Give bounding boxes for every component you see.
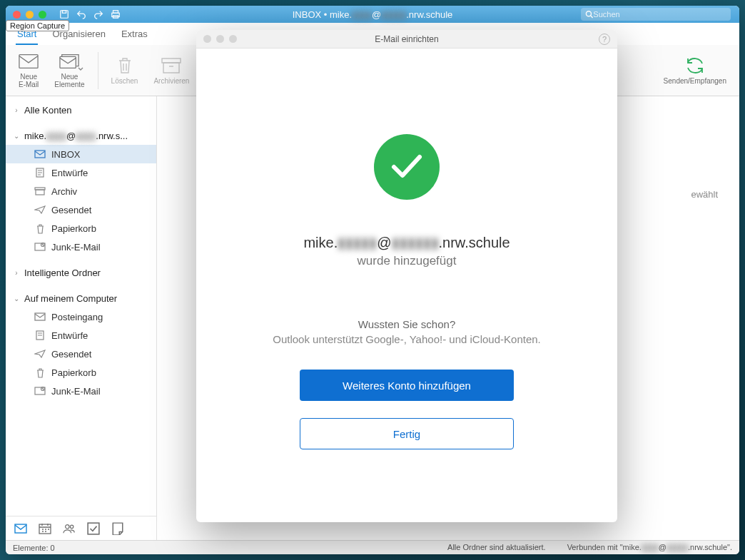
delete-button[interactable]: Löschen bbox=[106, 54, 144, 88]
svg-rect-8 bbox=[162, 58, 181, 63]
email-setup-dialog: E-Mail einrichten ? mike.▮▮▮▮▮@▮▮▮▮▮▮.nr… bbox=[196, 30, 617, 522]
svg-rect-6 bbox=[19, 55, 38, 68]
svg-rect-7 bbox=[60, 56, 76, 68]
svg-rect-16 bbox=[35, 313, 45, 320]
new-elements-button[interactable]: Neue Elemente bbox=[49, 49, 90, 91]
folder-inbox[interactable]: INBOX bbox=[6, 145, 156, 163]
status-item-count: Elemente: 0 bbox=[13, 544, 55, 552]
folder-local-inbox[interactable]: Posteingang bbox=[6, 307, 156, 326]
search-box[interactable] bbox=[581, 8, 731, 21]
dialog-title: E-Mail einrichten bbox=[196, 34, 617, 44]
tab-extras[interactable]: Extras bbox=[120, 27, 149, 45]
svg-rect-10 bbox=[35, 151, 45, 158]
archive-button[interactable]: Archivieren bbox=[148, 54, 195, 88]
folder-sidebar: ›Alle Konten ⌄ mike.▮▮▮▮@▮▮▮▮.nrw.s... I… bbox=[6, 96, 157, 540]
sent-icon bbox=[34, 349, 46, 359]
trash-icon bbox=[34, 223, 46, 233]
separator bbox=[98, 52, 98, 89]
new-email-button[interactable]: Neue E-Mail bbox=[13, 49, 44, 91]
added-email: mike.▮▮▮▮▮@▮▮▮▮▮▮.nrw.schule bbox=[303, 234, 510, 251]
inbox-icon bbox=[34, 149, 46, 159]
inbox-icon bbox=[34, 312, 46, 322]
folder-local-trash[interactable]: Papierkorb bbox=[6, 363, 156, 382]
svg-rect-0 bbox=[61, 11, 69, 19]
search-input[interactable] bbox=[593, 10, 726, 19]
svg-rect-13 bbox=[36, 190, 44, 195]
people-nav-icon[interactable] bbox=[63, 522, 76, 535]
folder-local-drafts[interactable]: Entwürfe bbox=[6, 326, 156, 345]
svg-rect-9 bbox=[163, 63, 179, 73]
status-bar: Elemente: 0 Alle Ordner sind aktualisier… bbox=[6, 540, 739, 554]
folder-archive[interactable]: Archiv bbox=[6, 182, 156, 200]
sync-icon bbox=[685, 56, 705, 75]
svg-point-23 bbox=[70, 525, 74, 529]
sent-icon bbox=[34, 205, 46, 215]
help-icon[interactable]: ? bbox=[599, 34, 610, 45]
minimize-window-button[interactable] bbox=[26, 11, 34, 19]
calendar-nav-icon[interactable] bbox=[39, 522, 51, 535]
save-icon[interactable] bbox=[59, 9, 69, 19]
window-controls bbox=[6, 11, 46, 19]
chevron-down-icon: ⌄ bbox=[13, 295, 20, 302]
did-you-know-heading: Wussten Sie schon? bbox=[358, 318, 455, 330]
status-sync: Alle Ordner sind aktualisiert. bbox=[447, 543, 546, 552]
done-button[interactable]: Fertig bbox=[300, 418, 514, 449]
junk-icon bbox=[34, 242, 46, 252]
maximize-window-button[interactable] bbox=[39, 11, 46, 19]
tasks-nav-icon[interactable] bbox=[87, 522, 100, 535]
send-receive-button[interactable]: Senden/Empfangen bbox=[658, 54, 732, 88]
trash-icon bbox=[34, 367, 46, 377]
undo-icon[interactable] bbox=[76, 9, 86, 19]
status-connection: Verbunden mit "mike.▮▮▮▮@▮▮▮▮▮.nrw.schul… bbox=[567, 543, 732, 552]
svg-point-5 bbox=[586, 11, 591, 16]
folder-junk[interactable]: Junk-E-Mail bbox=[6, 238, 156, 256]
search-icon bbox=[585, 10, 593, 19]
quick-access-toolbar bbox=[59, 9, 121, 19]
tree-account-1[interactable]: ⌄ mike.▮▮▮▮@▮▮▮▮.nrw.s... bbox=[6, 126, 156, 145]
folder-local-sent[interactable]: Gesendet bbox=[6, 345, 156, 363]
account-label: mike.▮▮▮▮@▮▮▮▮.nrw.s... bbox=[24, 131, 128, 141]
folder-local-junk[interactable]: Junk-E-Mail bbox=[6, 382, 156, 400]
added-label: wurde hinzugefügt bbox=[358, 254, 457, 268]
placeholder-text: ewählt bbox=[691, 189, 718, 200]
did-you-know-body: Outlook unterstützt Google-, Yahoo!- und… bbox=[251, 333, 562, 345]
svg-rect-1 bbox=[62, 11, 66, 14]
svg-rect-24 bbox=[88, 523, 99, 534]
drafts-icon bbox=[34, 168, 46, 178]
chevron-down-icon bbox=[78, 66, 83, 72]
add-another-account-button[interactable]: Weiteres Konto hinzufügen bbox=[300, 370, 514, 401]
envelope-icon bbox=[19, 54, 39, 69]
titlebar: INBOX • mike.▮▮▮▮@▮▮▮▮▮.nrw.schule bbox=[6, 6, 739, 23]
archive-icon bbox=[34, 186, 46, 196]
chevron-right-icon: › bbox=[13, 269, 20, 277]
svg-rect-14 bbox=[35, 243, 45, 250]
junk-icon bbox=[34, 386, 46, 396]
close-window-button[interactable] bbox=[13, 11, 21, 19]
folder-sent[interactable]: Gesendet bbox=[6, 200, 156, 219]
success-check-icon bbox=[374, 134, 440, 200]
region-capture-badge: Region Capture bbox=[6, 20, 69, 31]
notes-nav-icon[interactable] bbox=[111, 522, 124, 535]
chevron-right-icon: › bbox=[13, 106, 20, 114]
svg-rect-20 bbox=[15, 524, 26, 533]
chevron-down-icon: ⌄ bbox=[13, 132, 20, 140]
tree-local-computer[interactable]: ⌄Auf meinem Computer bbox=[6, 289, 156, 307]
drafts-icon bbox=[34, 330, 46, 340]
envelope-stack-icon bbox=[59, 54, 79, 69]
mail-nav-icon[interactable] bbox=[14, 522, 27, 535]
folder-drafts[interactable]: Entwürfe bbox=[6, 163, 156, 182]
redo-icon[interactable] bbox=[93, 9, 103, 19]
tree-smart-folders[interactable]: ›Intelligente Ordner bbox=[6, 263, 156, 282]
svg-rect-18 bbox=[35, 387, 45, 394]
dialog-titlebar: E-Mail einrichten ? bbox=[196, 30, 617, 49]
svg-point-22 bbox=[66, 524, 69, 528]
tree-all-accounts[interactable]: ›Alle Konten bbox=[6, 101, 156, 119]
print-icon[interactable] bbox=[111, 9, 121, 19]
trash-icon bbox=[117, 56, 133, 75]
archive-icon bbox=[161, 58, 181, 73]
nav-bar bbox=[6, 516, 156, 540]
folder-trash[interactable]: Papierkorb bbox=[6, 219, 156, 238]
